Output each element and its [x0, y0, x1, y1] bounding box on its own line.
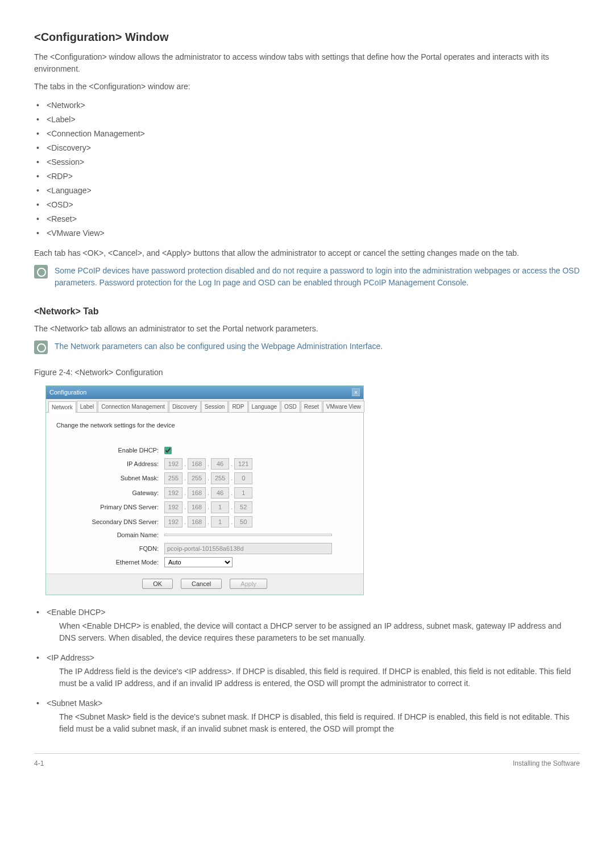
secondary-dns-label: Secondary DNS Server: [56, 517, 164, 527]
config-window: Configuration × Network Label Connection… [45, 385, 364, 595]
ip-octet: 50 [234, 516, 252, 528]
note-block-1: Some PCoIP devices have password protect… [34, 265, 580, 289]
list-item: <Enable DHCP> When <Enable DHCP> is enab… [34, 605, 580, 645]
tab-rdp[interactable]: RDP [229, 401, 247, 412]
note-block-2: The Network parameters can also be confi… [34, 340, 580, 354]
ip-octet: 168 [188, 487, 206, 499]
ip-octet: 0 [234, 472, 252, 484]
tab-session[interactable]: Session [201, 401, 229, 412]
close-icon[interactable]: × [352, 388, 360, 396]
list-item: <Discovery> [34, 141, 580, 155]
subsection-intro: The <Network> tab allows an administrato… [34, 323, 580, 335]
ip-octet: 255 [188, 472, 206, 484]
ip-octet: 168 [188, 516, 206, 528]
ip-octet: 52 [234, 501, 252, 513]
ip-octet: 1 [211, 501, 229, 513]
ip-octet: 168 [188, 501, 206, 513]
ip-octet: 192 [164, 516, 182, 528]
note-text: Some PCoIP devices have password protect… [55, 265, 580, 289]
ip-octet: 1 [211, 516, 229, 528]
list-item: <Reset> [34, 212, 580, 226]
list-item: <Language> [34, 184, 580, 198]
desc-term: <Subnet Mask> [47, 699, 102, 708]
desc-text: The <Subnet Mask> field is the device's … [47, 711, 580, 735]
domain-name-label: Domain Name: [56, 530, 164, 540]
list-item: <Label> [34, 113, 580, 127]
note-text: The Network parameters can also be confi… [55, 340, 383, 352]
ip-octet: 255 [164, 472, 182, 484]
list-item: <OSD> [34, 198, 580, 212]
tab-bullet-list: <Network> <Label> <Connection Management… [34, 98, 580, 240]
tab-label[interactable]: Label [77, 401, 97, 412]
ip-octet: 255 [211, 472, 229, 484]
tab-connection-management[interactable]: Connection Management [98, 401, 168, 412]
fqdn-field: pcoip-portal-101558a6138d [164, 543, 332, 555]
subsection-heading: <Network> Tab [34, 305, 580, 318]
list-item: <VMware View> [34, 226, 580, 240]
figure-number: Figure 2-4 [34, 368, 70, 377]
note-icon [34, 340, 48, 354]
ip-octet: 1 [234, 487, 252, 499]
ip-address-field[interactable]: 192. 168. 46. 121 [164, 458, 353, 470]
window-title: Configuration [49, 388, 86, 397]
desc-text: The IP Address field is the device's <IP… [47, 666, 580, 690]
figure-title: : <Network> Configuration [70, 368, 163, 377]
primary-dns-field[interactable]: 192. 168. 1. 52 [164, 501, 353, 513]
tab-discovery[interactable]: Discovery [169, 401, 201, 412]
figure-caption: Figure 2-4: <Network> Configuration [34, 367, 580, 379]
window-titlebar: Configuration × [46, 386, 363, 399]
section-heading: <Configuration> Window [34, 28, 580, 45]
window-tab-strip: Network Label Connection Management Disc… [46, 399, 363, 413]
enable-dhcp-checkbox[interactable] [164, 447, 172, 454]
ip-address-label: IP Address: [56, 459, 164, 469]
desc-text: When <Enable DHCP> is enabled, the devic… [47, 620, 580, 644]
tab-osd[interactable]: OSD [281, 401, 300, 412]
tab-reset[interactable]: Reset [301, 401, 322, 412]
subnet-mask-field[interactable]: 255. 255. 255. 0 [164, 472, 353, 484]
list-item: <Subnet Mask> The <Subnet Mask> field is… [34, 696, 580, 736]
footer-section-title: Installing the Software [513, 758, 580, 769]
tab-network[interactable]: Network [48, 401, 76, 413]
list-item: <IP Address> The IP Address field is the… [34, 651, 580, 691]
ethernet-mode-select[interactable]: Auto [164, 557, 233, 567]
enable-dhcp-label: Enable DHCP: [56, 446, 164, 455]
ip-octet: 168 [188, 458, 206, 470]
list-item: <Connection Management> [34, 127, 580, 141]
intro-paragraph-1: The <Configuration> window allows the ad… [34, 51, 580, 75]
ip-octet: 46 [211, 458, 229, 470]
ethernet-mode-label: Ethernet Mode: [56, 558, 164, 567]
window-prompt: Change the network settings for the devi… [56, 421, 353, 430]
cancel-button[interactable]: Cancel [181, 579, 222, 589]
footer-page-number: 4-1 [34, 758, 44, 769]
list-item: <Session> [34, 155, 580, 169]
ip-octet: 121 [234, 458, 252, 470]
tab-language[interactable]: Language [248, 401, 281, 412]
desc-term: <IP Address> [47, 653, 94, 662]
ip-octet: 46 [211, 487, 229, 499]
tab-vmware-view[interactable]: VMware View [323, 401, 364, 412]
ip-octet: 192 [164, 487, 182, 499]
ok-button[interactable]: OK [142, 579, 173, 589]
desc-term: <Enable DHCP> [47, 608, 106, 617]
apply-button[interactable]: Apply [230, 579, 267, 589]
ip-octet: 192 [164, 458, 182, 470]
page-footer: 4-1 Installing the Software [34, 753, 580, 769]
secondary-dns-field[interactable]: 192. 168. 1. 50 [164, 516, 353, 528]
after-tabs-paragraph: Each tab has <OK>, <Cancel>, and <Apply>… [34, 247, 580, 259]
gateway-label: Gateway: [56, 488, 164, 498]
window-button-bar: OK Cancel Apply [46, 574, 363, 595]
domain-name-field[interactable] [164, 534, 332, 536]
list-item: <Network> [34, 98, 580, 113]
fqdn-label: FQDN: [56, 544, 164, 554]
gateway-field[interactable]: 192. 168. 46. 1 [164, 487, 353, 499]
note-icon [34, 265, 48, 279]
description-list: <Enable DHCP> When <Enable DHCP> is enab… [34, 605, 580, 736]
subnet-mask-label: Subnet Mask: [56, 474, 164, 483]
ip-octet: 192 [164, 501, 182, 513]
intro-paragraph-2: The tabs in the <Configuration> window a… [34, 81, 580, 93]
primary-dns-label: Primary DNS Server: [56, 502, 164, 512]
window-body: Change the network settings for the devi… [46, 413, 363, 574]
list-item: <RDP> [34, 169, 580, 184]
